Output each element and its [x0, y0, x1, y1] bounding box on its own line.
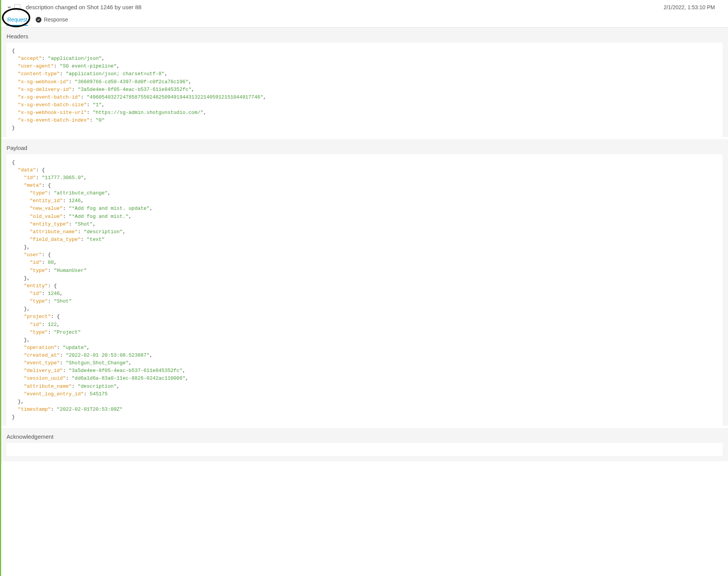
delivery-timestamp: 2/1/2022, 1:53:10 PM [664, 4, 723, 10]
headers-section: Headers { "accept": "application/json", … [1, 28, 728, 137]
delivery-title: description changed on Shot 1246 by user… [26, 4, 664, 10]
delivery-header: description changed on Shot 1246 by user… [1, 0, 728, 13]
headers-json-block[interactable]: { "accept": "application/json", "user-ag… [7, 43, 723, 137]
payload-label: Payload [7, 139, 723, 154]
tabs: Request Response [1, 13, 728, 28]
tab-request[interactable]: Request [7, 15, 28, 26]
acknowledgement-section: Acknowledgement [1, 428, 728, 461]
select-checkbox[interactable] [14, 4, 20, 10]
acknowledgement-label: Acknowledgement [7, 428, 723, 443]
headers-label: Headers [7, 28, 723, 43]
payload-json-block[interactable]: { "data": { "id": "11777.3065.0", "meta"… [7, 154, 723, 426]
delivery-panel: description changed on Shot 1246 by user… [0, 0, 728, 576]
collapse-chevron-icon[interactable] [7, 5, 12, 10]
acknowledgement-box [7, 443, 723, 456]
tab-response[interactable]: Response [35, 15, 69, 25]
payload-section: Payload { "data": { "id": "11777.3065.0"… [1, 139, 728, 426]
tab-response-label: Response [44, 16, 68, 23]
check-circle-icon [36, 17, 41, 23]
